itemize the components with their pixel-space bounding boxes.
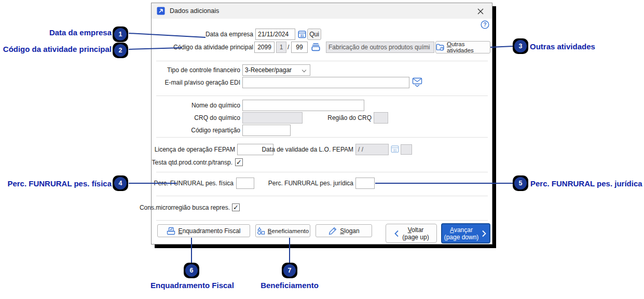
section-divider [156,137,488,138]
licenca-fepam-label: Licença de operação FEPAM [155,144,235,155]
avancar-sublabel: (page down) [444,234,479,241]
codigo-reparticao-label: Código repartição [191,125,240,136]
annotation-label-7: Beneficiamento [252,281,327,290]
calendar-icon[interactable]: 31 [298,30,306,38]
annotation-label-1: Data da empresa [49,28,112,37]
chevron-right-icon [481,229,487,238]
annotation-badge-1: 1 [113,26,128,42]
crq-label: CRQ do químico [194,112,240,124]
close-icon[interactable] [476,7,485,16]
dialog-title: Dados adicionais [170,7,219,15]
beneficiamento-button[interactable]: Beneficiamento [255,224,310,237]
annotation-label-4: Perc. FUNRURAL pes. física [7,179,112,188]
atividade-sub1-input: 1 [276,42,286,53]
slogan-button[interactable]: Slogan [316,224,372,237]
svg-text:31: 31 [300,34,304,37]
email-edi-label: E-mail p/aviso geração EDI [165,77,240,88]
annotation-label-3: Outras atividades [530,42,595,51]
section-divider [156,61,488,61]
voltar-sublabel: (page up) [402,234,429,241]
regiao-crq-input [374,112,388,124]
atividade-sub2-input[interactable]: 99 [291,42,308,53]
outras-atividades-button[interactable]: Outras atividades [435,41,490,53]
beneficiamento-label: Beneficiamento [268,228,309,234]
annotation-badge-6: 6 [184,263,199,278]
testa-qtd-label: Testa qtd.prod.contr.p/transp. [152,157,232,168]
cons-micro-label: Cons.microrregião busca repres. [140,202,230,213]
annotation-label-6: Enquadramento Fiscal [150,281,232,290]
check-icon: ✓ [233,204,239,211]
pencil-icon [328,227,337,235]
perc-juridica-label: Perc. FUNRURAL pes. jurídica [268,178,353,189]
enquadramento-fiscal-button[interactable]: Enquadramento Fiscal [157,224,250,237]
tipo-controle-label: Tipo de controle financeiro [167,64,240,76]
regiao-crq-label: Região do CRQ [327,112,372,124]
cnae-list-icon[interactable] [311,42,321,52]
section-divider [156,196,488,196]
section-divider [156,172,488,172]
perc-fisica-input[interactable] [236,178,254,189]
tipo-controle-select[interactable]: 3-Receber/pagar [242,64,310,76]
badge-number: 4 [114,177,127,189]
avancar-label: Avançar [450,226,473,234]
folder-clock-icon [436,44,444,51]
perc-juridica-input[interactable] [355,178,375,189]
slogan-label: Slogan [340,227,359,235]
weekday-button[interactable]: Qui [307,29,321,40]
email-icon[interactable] [412,77,422,87]
dialog-titlebar: Dados adicionais [152,3,492,19]
annotation-badge-7: 7 [282,263,297,278]
validade-weekday-field [401,144,412,155]
annotation-label-5: Perc. FUNRURAL pes. jurídica [530,179,642,188]
check-icon: ✓ [236,159,242,166]
outras-atividades-label: Outras atividades [447,41,490,53]
validade-fepam-label: Data de validade da L.O. FEPAM [262,144,353,155]
badge-number: 1 [114,28,127,40]
voltar-label: Voltar [408,226,424,234]
atividade-code-input[interactable]: 2099 [254,42,275,53]
badge-number: 6 [185,264,198,277]
section-divider [156,96,488,96]
ballot-check-icon [167,227,175,235]
shapes-icon [257,227,265,235]
annotation-badge-5: 5 [513,175,528,191]
help-icon[interactable]: ? [481,20,489,29]
validade-fepam-input: / / [355,144,389,155]
badge-number: 5 [514,177,527,189]
voltar-button[interactable]: Voltar (page up) [386,224,437,243]
chevron-down-icon [302,68,306,72]
nome-quimico-label: Nome do químico [191,100,240,111]
nome-quimico-input[interactable] [242,100,364,111]
section-divider [156,220,488,221]
atividade-label: Código da atividade principal [173,42,253,53]
annotation-label-2: Código da atividade principal [3,45,112,53]
calendar-disabled-icon: 31 [391,145,399,153]
badge-number: 3 [514,40,527,52]
data-empresa-input[interactable]: 21/11/2024 [255,29,295,40]
enquadramento-fiscal-label: Enquadramento Fiscal [178,227,240,235]
tipo-controle-value: 3-Receber/pagar [245,66,292,74]
cons-micro-checkbox[interactable]: ✓ [232,203,240,211]
chevron-left-icon [393,229,400,238]
svg-text:31: 31 [393,148,397,152]
annotation-badge-4: 4 [113,175,128,191]
testa-qtd-checkbox[interactable]: ✓ [235,158,243,166]
annotation-badge-3: 3 [513,38,528,54]
badge-number: 7 [283,264,296,277]
crq-input [242,112,303,124]
codigo-reparticao-input[interactable] [242,125,291,136]
screenshot-canvas: Dados adicionais ? Data da empresa 21/11… [0,0,644,299]
avancar-button[interactable]: Avançar (page down) [441,223,490,243]
app-icon [157,7,165,15]
annotation-badge-2: 2 [113,43,128,58]
data-empresa-label: Data da empresa [205,29,253,40]
perc-fisica-label: Perc. FUNRURAL pes. física [154,178,234,189]
svg-text:?: ? [483,22,486,28]
badge-number: 2 [114,44,127,57]
atividade-separator: / [287,42,289,53]
atividade-descricao-field: Fabricação de outros produtos quími [326,42,434,53]
email-edi-input[interactable] [242,77,409,88]
